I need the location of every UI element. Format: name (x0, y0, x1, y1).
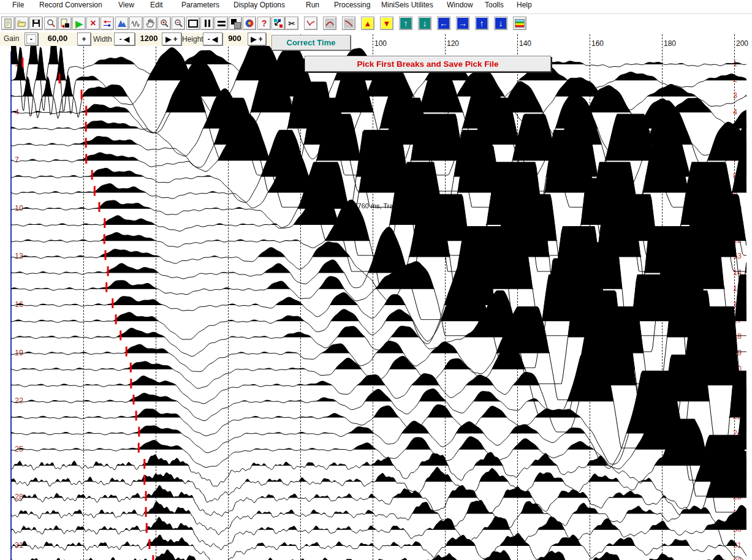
zoom-out-button[interactable] (172, 17, 185, 30)
move-gate-down-icon: ↓ (423, 19, 427, 28)
width-increase-button[interactable]: ▶ + (162, 32, 181, 45)
color-display-button[interactable] (243, 17, 256, 30)
correct-time-button[interactable]: Correct Time (272, 35, 351, 50)
menu-item-edit[interactable]: Edit (150, 1, 163, 9)
pan-hand-icon (145, 18, 155, 28)
run-icon: ▶ (75, 19, 83, 28)
stack-traces-button[interactable] (215, 17, 228, 30)
velocity-curve-button[interactable] (323, 17, 336, 30)
zoom-out-icon (173, 18, 183, 28)
run-button[interactable]: ▶ (72, 17, 86, 30)
delete-pick-button[interactable]: × (86, 17, 100, 30)
select-region-icon (188, 20, 198, 28)
menu-item-display-options[interactable]: Display Options (234, 1, 285, 9)
menu-bar: FileRecord ConversionViewEditParametersD… (0, 0, 752, 14)
menu-item-toolls[interactable]: Toolls (485, 1, 504, 9)
seismic-plot-area: 020406080100120140160180200 147101316192… (0, 32, 752, 560)
menu-item-record-conversion[interactable]: Record Conversion (39, 1, 102, 9)
gain-increase-button[interactable]: + (77, 32, 91, 45)
open-file-icon (17, 18, 27, 28)
new-record-button[interactable] (1, 17, 15, 30)
wiggle-display-button[interactable] (129, 17, 143, 30)
gain-decrease-button[interactable]: - (25, 32, 38, 45)
scroll-up-icon: ↑ (480, 19, 484, 28)
scroll-right-icon: → (458, 19, 467, 28)
height-increase-button[interactable]: ▶ + (248, 32, 266, 45)
shift-trace-up-button[interactable]: ▲ (361, 17, 374, 30)
help-icon: ? (262, 19, 267, 28)
delete-pick-icon: × (90, 18, 96, 28)
icon-toolbar: ▶×?✂▲▼↑↓←→↑↓ (0, 14, 752, 33)
move-gate-down-button[interactable]: ↓ (418, 17, 431, 30)
zoom-in-button[interactable] (158, 17, 171, 30)
menu-item-help[interactable]: Help (517, 1, 532, 9)
convert-record-icon (273, 18, 283, 28)
amplitude-display-icon (117, 18, 127, 28)
scroll-left-button[interactable]: ← (437, 17, 450, 30)
shift-trace-down-icon: ▼ (383, 20, 391, 28)
width-decrease-button[interactable]: - ◀ (114, 32, 135, 45)
cut-traces-icon: ✂ (289, 20, 295, 28)
move-gate-up-icon: ↑ (404, 19, 408, 28)
pause-display-button[interactable] (200, 17, 214, 30)
open-file-button[interactable] (15, 17, 29, 30)
menu-item-processing[interactable]: Processing (334, 1, 370, 9)
new-record-icon (3, 18, 13, 28)
pick-first-breaks-button[interactable]: Pick First Breaks and Save Pick File (305, 56, 551, 72)
pick-trough-icon (306, 18, 316, 28)
gain-value[interactable]: 60,00 (42, 34, 74, 43)
menu-item-parameters[interactable]: Parameters (181, 1, 219, 9)
move-gate-up-button[interactable]: ↑ (399, 17, 412, 30)
reverse-traces-icon (102, 18, 112, 28)
first-break-tooltip: T=88,5760 ms, Trace=10 (336, 202, 412, 210)
scroll-right-button[interactable]: → (456, 17, 469, 30)
scroll-up-button[interactable]: ↑ (475, 17, 488, 30)
shift-trace-down-button[interactable]: ▼ (380, 17, 393, 30)
seismic-processing-app: { "menu_bar": { "items": ["File", "Recor… (0, 0, 752, 560)
reverse-traces-button[interactable] (101, 17, 114, 30)
scroll-down-icon: ↓ (499, 19, 503, 28)
scroll-left-icon: ← (439, 19, 448, 28)
menu-item-view[interactable]: View (118, 1, 134, 9)
cut-traces-button[interactable]: ✂ (285, 17, 298, 30)
overlay-display-icon (231, 19, 240, 28)
menu-item-file[interactable]: File (12, 1, 24, 9)
scroll-down-button[interactable]: ↓ (494, 17, 507, 30)
menu-item-miniseis-utilites[interactable]: MiniSeis Utilites (381, 1, 433, 9)
height-value[interactable]: 900 (222, 34, 247, 43)
seismic-section[interactable] (11, 33, 746, 560)
zoom-tool-icon (46, 18, 56, 28)
attenuation-curve-icon (344, 18, 354, 28)
save-file-icon (31, 18, 41, 28)
shift-trace-up-icon: ▲ (364, 20, 372, 28)
zoom-tool-button[interactable] (44, 17, 58, 30)
pan-hand-button[interactable] (143, 17, 157, 30)
color-display-icon (245, 18, 254, 28)
menu-item-window[interactable]: Window (447, 1, 473, 9)
width-value[interactable]: 1200 (136, 34, 162, 43)
width-label: Width (93, 35, 112, 44)
color-scale-button[interactable] (513, 17, 526, 30)
pick-trough-button[interactable] (304, 17, 317, 30)
wiggle-display-icon (131, 18, 141, 28)
save-file-button[interactable] (29, 17, 43, 30)
menu-item-run[interactable]: Run (306, 1, 319, 9)
velocity-curve-icon (325, 18, 335, 28)
zoom-in-icon (159, 18, 169, 28)
height-decrease-button[interactable]: - ◀ (203, 32, 222, 45)
attenuation-curve-button[interactable] (342, 17, 355, 30)
height-label: Height (182, 35, 203, 44)
color-scale-icon (515, 19, 525, 28)
save-as-button[interactable] (58, 17, 72, 30)
gain-label: Gain (4, 34, 19, 43)
stack-traces-icon (218, 21, 226, 26)
select-region-button[interactable] (186, 17, 200, 30)
amplitude-display-button[interactable] (115, 17, 129, 30)
save-as-icon (60, 18, 70, 28)
convert-record-button[interactable] (272, 17, 285, 30)
pause-display-icon (205, 20, 210, 27)
overlay-display-button[interactable] (229, 17, 242, 30)
help-button[interactable]: ? (257, 17, 271, 30)
